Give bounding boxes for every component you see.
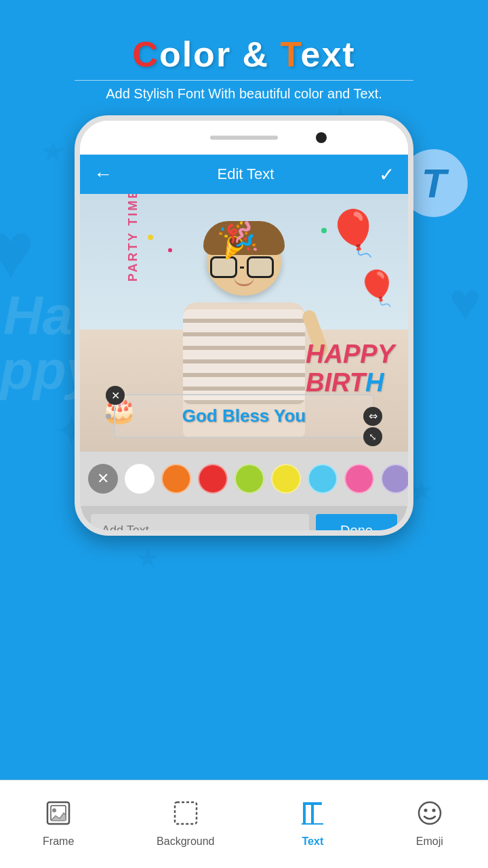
title-c-letter: C xyxy=(132,35,159,74)
frame-nav-label: Frame xyxy=(43,835,74,848)
svg-rect-3 xyxy=(175,802,197,824)
text-overlay-box[interactable]: ✕ ⇔ ⤡ God Bless You xyxy=(114,394,374,438)
color-orange[interactable] xyxy=(161,464,191,494)
color-yellow[interactable] xyxy=(271,464,301,494)
color-green[interactable] xyxy=(235,464,264,494)
phone-mockup: ← Edit Text ✓ xyxy=(75,115,413,536)
phone-speaker xyxy=(210,136,278,140)
frame-nav-icon xyxy=(40,794,77,831)
phone-wrapper: ← Edit Text ✓ xyxy=(0,115,488,536)
nav-item-emoji[interactable]: Emoji xyxy=(397,787,462,854)
confetti-3 xyxy=(321,228,327,233)
phone-notch xyxy=(80,121,408,155)
emoji-nav-icon xyxy=(411,794,448,831)
title-ext: ext xyxy=(300,35,355,74)
balloon-teal: 🎈 xyxy=(326,208,381,259)
svg-point-2 xyxy=(52,808,56,812)
edit-text-title: Edit Text xyxy=(218,165,274,183)
nav-item-text[interactable]: Text xyxy=(281,787,345,854)
nav-item-frame[interactable]: Frame xyxy=(26,787,91,854)
text-nav-icon xyxy=(294,794,331,831)
shirt xyxy=(183,309,305,404)
bg-star-3: ★ xyxy=(136,542,160,574)
color-cyan[interactable] xyxy=(308,464,338,494)
done-button[interactable]: Done xyxy=(316,514,397,536)
app-subtitle: Add Stylish Font With beautiful color an… xyxy=(0,86,488,102)
glasses-bridge xyxy=(240,267,244,269)
glasses xyxy=(210,256,278,278)
happy-birthday-text: HAPPYBIRTH xyxy=(306,340,394,397)
nav-item-background[interactable]: Background xyxy=(143,787,228,854)
color-palette-close-button[interactable]: ✕ xyxy=(88,464,118,494)
color-white[interactable] xyxy=(125,464,155,494)
close-icon: ✕ xyxy=(97,470,109,488)
title-t-letter: T xyxy=(281,35,301,74)
text-resize-handle[interactable]: ⤡ xyxy=(363,427,382,446)
svg-point-11 xyxy=(419,802,441,824)
color-palette-bar: ✕ xyxy=(80,452,408,506)
app-title: Color & Text xyxy=(0,34,488,75)
confetti-1 xyxy=(148,235,153,240)
back-arrow-button[interactable]: ← xyxy=(94,163,113,185)
add-text-input[interactable] xyxy=(91,514,309,536)
svg-point-12 xyxy=(424,808,427,812)
confetti-2 xyxy=(168,248,172,252)
text-left-handle xyxy=(106,414,111,419)
background-nav-label: Background xyxy=(157,835,214,848)
emoji-nav-label: Emoji xyxy=(416,835,443,848)
title-olor: olor & xyxy=(159,35,281,74)
background-nav-icon xyxy=(167,794,204,831)
smile xyxy=(234,277,254,286)
photo-background: PARTY TIME 🎈 🎈 🎉 HAPPYBIRTH 🎂 ✕ ⇔ xyxy=(80,194,408,452)
svg-rect-5 xyxy=(303,802,306,824)
phone-camera xyxy=(316,132,327,143)
app-header: Color & Text Add Stylish Font With beaut… xyxy=(0,0,488,108)
text-resize-horizontal-handle[interactable]: ⇔ xyxy=(363,407,382,426)
text-nav-label: Text xyxy=(302,835,324,848)
edit-text-bar: ← Edit Text ✓ xyxy=(80,155,408,194)
text-overlay-content: God Bless You xyxy=(182,406,306,427)
bottom-nav-bar: Frame Background Text xyxy=(0,780,488,868)
svg-rect-6 xyxy=(311,802,314,824)
phone-side-button xyxy=(411,305,413,346)
confirm-button[interactable]: ✓ xyxy=(379,163,394,186)
color-red[interactable] xyxy=(198,464,228,494)
color-purple[interactable] xyxy=(381,464,411,494)
title-underline xyxy=(75,80,413,81)
text-delete-handle[interactable]: ✕ xyxy=(106,386,125,405)
svg-point-13 xyxy=(432,808,435,812)
add-text-row: Done xyxy=(80,506,408,536)
glass-right xyxy=(247,256,274,278)
photo-area: PARTY TIME 🎈 🎈 🎉 HAPPYBIRTH 🎂 ✕ ⇔ xyxy=(80,194,408,452)
balloon-blue: 🎈 xyxy=(356,269,398,308)
party-time-sticker: PARTY TIME xyxy=(126,194,140,281)
color-pink[interactable] xyxy=(344,464,374,494)
